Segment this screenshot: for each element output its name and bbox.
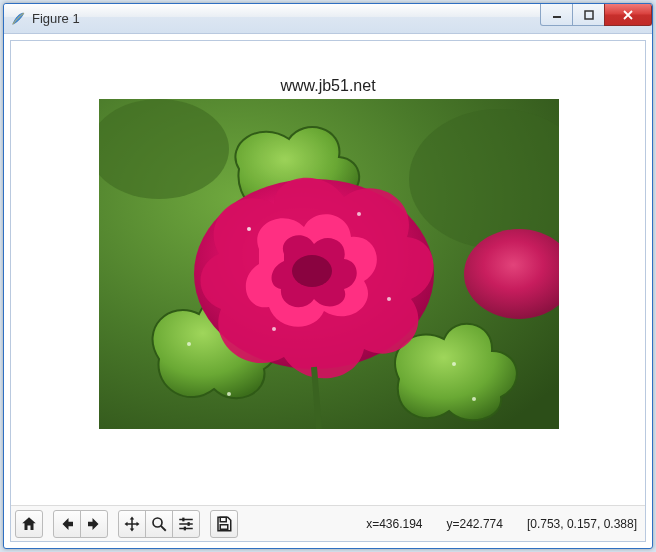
close-button[interactable] (604, 4, 652, 26)
app-icon (10, 11, 26, 27)
home-button[interactable] (15, 510, 43, 538)
svg-rect-24 (184, 526, 186, 530)
svg-point-14 (452, 362, 456, 366)
cursor-y: y=242.774 (447, 517, 503, 531)
svg-rect-1 (585, 11, 593, 19)
svg-rect-25 (220, 517, 226, 522)
configure-button[interactable] (172, 510, 200, 538)
svg-point-16 (227, 392, 231, 396)
figure-window: Figure 1 www.jb51.net (3, 3, 653, 549)
plot-title: www.jb51.net (280, 77, 375, 95)
minimize-button[interactable] (540, 4, 573, 26)
svg-rect-26 (220, 524, 228, 529)
figure-canvas[interactable]: www.jb51.net (11, 41, 645, 505)
save-button[interactable] (210, 510, 238, 538)
maximize-button[interactable] (572, 4, 605, 26)
svg-rect-20 (182, 517, 184, 521)
window-buttons (541, 4, 652, 26)
pan-button[interactable] (118, 510, 146, 538)
nav-group (15, 510, 43, 538)
svg-point-13 (187, 342, 191, 346)
svg-rect-22 (188, 522, 190, 526)
svg-point-17 (153, 518, 162, 527)
save-group (210, 510, 238, 538)
zoom-button[interactable] (145, 510, 173, 538)
back-button[interactable] (53, 510, 81, 538)
cursor-rgb: [0.753, 0.157, 0.388] (527, 517, 637, 531)
svg-point-9 (357, 212, 361, 216)
titlebar[interactable]: Figure 1 (4, 4, 652, 34)
cursor-x: x=436.194 (366, 517, 422, 531)
window-title: Figure 1 (32, 11, 541, 26)
svg-point-8 (247, 227, 251, 231)
svg-rect-0 (553, 16, 561, 18)
toolbar: x=436.194 y=242.774 [0.753, 0.157, 0.388… (11, 505, 645, 541)
svg-point-11 (272, 327, 276, 331)
svg-point-10 (387, 297, 391, 301)
client-area: www.jb51.net (10, 40, 646, 542)
svg-point-7 (292, 255, 332, 287)
svg-point-15 (472, 397, 476, 401)
svg-line-18 (161, 525, 166, 530)
forward-button[interactable] (80, 510, 108, 538)
plot-image (99, 99, 559, 429)
view-group (118, 510, 200, 538)
history-group (53, 510, 108, 538)
